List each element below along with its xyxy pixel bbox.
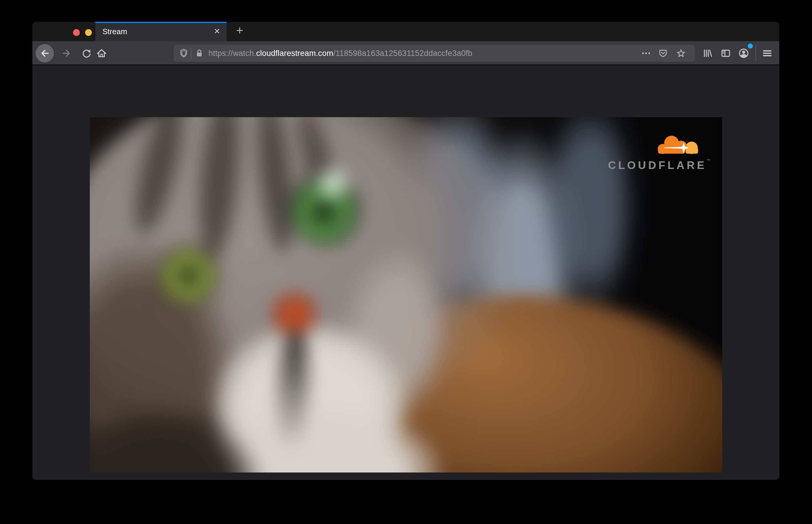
library-button[interactable] [701, 41, 713, 65]
url-path: /118598a163a125631152ddaccfe3a0fb [333, 49, 473, 58]
menu-button[interactable] [761, 41, 774, 65]
forward-button[interactable] [58, 41, 75, 65]
tab-title: Stream [102, 22, 127, 41]
menu-icon [761, 47, 774, 60]
back-button[interactable] [36, 44, 54, 62]
library-icon [701, 47, 713, 59]
trademark-glyph: ™ [707, 158, 711, 163]
video-player[interactable]: CLOUDFLARE™ [90, 117, 722, 473]
tracking-protection-shield-icon[interactable] [178, 48, 189, 59]
browser-window: Stream ✕ + [32, 22, 779, 480]
reload-icon [81, 48, 92, 59]
account-icon [737, 47, 750, 60]
back-icon [39, 48, 50, 59]
forward-icon [61, 48, 72, 59]
close-window-button[interactable] [73, 29, 80, 36]
cloudflare-watermark: CLOUDFLARE™ [608, 132, 705, 171]
navigation-toolbar: https://watch.cloudflarestream.com/11859… [32, 41, 779, 65]
tab-close-icon[interactable]: ✕ [214, 22, 220, 40]
bookmark-star-icon[interactable] [676, 48, 686, 59]
sidebar-button[interactable] [719, 41, 732, 65]
tab-stream[interactable]: Stream ✕ [95, 22, 227, 41]
cloudflare-cloud-icon [655, 132, 704, 157]
page-actions-icon[interactable]: ••• [642, 49, 651, 57]
new-tab-button[interactable]: + [230, 22, 249, 41]
page-content: CLOUDFLARE™ [32, 66, 779, 480]
tab-bar: Stream ✕ + [32, 22, 779, 41]
account-notification-dot [748, 44, 753, 49]
address-bar[interactable]: https://watch.cloudflarestream.com/11859… [174, 45, 695, 62]
home-icon [96, 47, 108, 59]
url-text: https://watch.cloudflarestream.com/11859… [209, 49, 642, 58]
cloudflare-wordmark: CLOUDFLARE™ [608, 158, 705, 171]
reload-button[interactable] [78, 41, 95, 65]
sidebar-icon [719, 47, 732, 60]
toolbar-divider [756, 45, 756, 61]
minimize-window-button[interactable] [85, 29, 92, 36]
pocket-icon[interactable] [658, 48, 668, 59]
urlbar-divider [191, 48, 191, 59]
url-prefix: https://watch. [209, 49, 256, 58]
lock-icon[interactable] [194, 48, 204, 58]
url-domain: cloudflarestream.com [256, 49, 333, 58]
home-button[interactable] [93, 41, 110, 65]
